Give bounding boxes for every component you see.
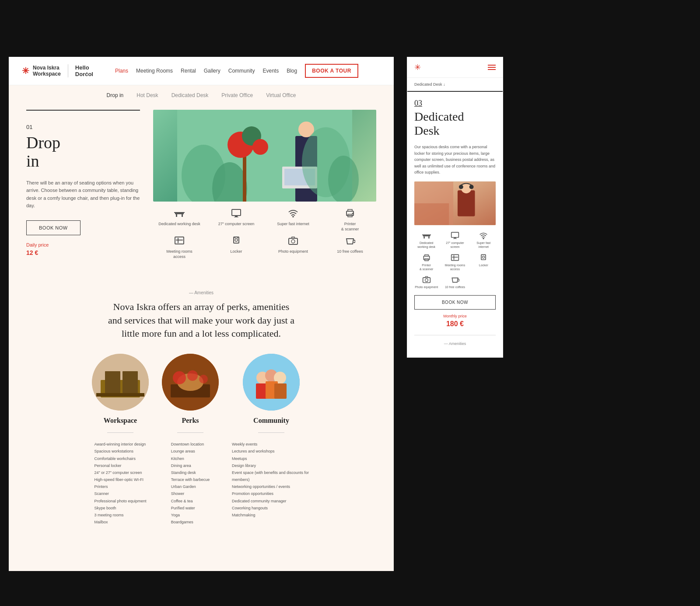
logo-text-hello: HelloDorćol: [75, 64, 93, 77]
svg-point-65: [483, 238, 484, 239]
svg-rect-26: [176, 240, 183, 240]
desktop-panel: ✳ Nova Iskra Workspace HelloDorćol Plans…: [9, 57, 394, 571]
mobile-price-value: 180 €: [414, 320, 496, 328]
amenity-meeting-label: Meeting roomsaccess: [166, 249, 192, 259]
tab-virtual-office[interactable]: Virtual Office: [266, 92, 296, 98]
nav-link-rental[interactable]: Rental: [181, 68, 196, 74]
mobile-panel: ✳ Dedicated Desk ↓ 03 DedicatedDesk Our …: [407, 57, 503, 358]
nav-link-plans[interactable]: Plans: [115, 68, 128, 74]
mobile-amenity-monitor: 27" computer screen: [443, 231, 467, 249]
amenity-wifi-label: Super fast internet: [277, 222, 309, 227]
mobile-plan-description: Our spacious desks come with a personal …: [414, 144, 496, 175]
svg-rect-58: [423, 235, 430, 237]
list-item: 3 meeting rooms: [94, 512, 146, 519]
amenities-section-label: — Amenities: [26, 290, 376, 295]
nav-link-community[interactable]: Community: [228, 68, 255, 74]
svg-point-31: [291, 240, 295, 243]
svg-rect-52: [458, 191, 475, 216]
list-item: Kitchen: [171, 455, 210, 462]
book-now-button[interactable]: BOOK NOW: [26, 220, 80, 235]
drop-in-section: 01 Dropin There will be an array of seat…: [26, 110, 140, 260]
amenities-section-title: Nova Iskra offers an array of perks, ame…: [105, 300, 298, 341]
list-item: Mailbox: [94, 519, 146, 526]
book-tour-button[interactable]: BOOK A TOUR: [305, 64, 358, 78]
hamburger-line-3: [488, 69, 496, 70]
svg-rect-15: [182, 214, 183, 217]
nav-link-blog[interactable]: Blog: [287, 68, 297, 74]
community-card-list: Weekly events Lectures and workshops Mee…: [232, 441, 311, 519]
svg-point-20: [292, 216, 294, 217]
desk-icon: [174, 209, 185, 219]
list-item: Promotion opportunities: [232, 490, 311, 497]
workspace-svg: [92, 354, 149, 411]
svg-rect-14: [176, 214, 177, 217]
mobile-printer-label: Printer& scanner: [420, 263, 434, 271]
mobile-navigation: ✳: [407, 57, 503, 78]
amenity-desk-label: Dedicated working desk: [158, 222, 200, 227]
nav-link-gallery[interactable]: Gallery: [204, 68, 220, 74]
svg-rect-64: [453, 239, 457, 239]
perks-card-list: Downtown location Lounge areas Kitchen D…: [171, 441, 210, 526]
tab-dedicated-desk[interactable]: Dedicated Desk: [172, 92, 209, 98]
community-cards: Workspace Award-winning interior design …: [26, 354, 376, 526]
mobile-meeting-label: Meeting roomsaccess: [445, 263, 465, 271]
monitor-icon: [231, 209, 242, 219]
amenity-photo-label: Photo equipment: [278, 249, 308, 254]
list-item: Professional photo equipment: [94, 498, 146, 505]
tab-drop-in[interactable]: Drop in: [107, 92, 124, 98]
mobile-amenity-photo: Photo equipment: [414, 275, 438, 289]
mobile-amenity-wifi: Super fast internet: [472, 231, 496, 249]
list-item: Standing desk: [171, 469, 210, 476]
section-description: There will be an array of seating option…: [26, 179, 140, 210]
logo-divider: [68, 64, 68, 77]
photo-icon: [288, 236, 298, 247]
list-item: Shower: [171, 490, 210, 497]
main-content: 01 Dropin There will be an array of seat…: [9, 105, 394, 277]
svg-rect-17: [232, 209, 241, 216]
mobile-wifi-label: Super fast internet: [472, 241, 496, 249]
logo-text-line2: Workspace: [33, 71, 61, 77]
mobile-book-now-button[interactable]: BOOK NOW: [414, 295, 496, 310]
workspace-card-divider: [107, 432, 133, 433]
svg-rect-49: [274, 383, 287, 399]
workspace-card-title: Workspace: [104, 417, 137, 425]
svg-point-40: [173, 371, 186, 384]
list-item: Boardgames: [171, 519, 210, 526]
tab-private-office[interactable]: Private Office: [221, 92, 253, 98]
nav-links: Plans Meeting Rooms Rental Gallery Commu…: [115, 64, 381, 78]
svg-point-24: [352, 213, 354, 214]
printer-icon: [345, 209, 355, 219]
hero-section: Dedicated working desk 27" computer scre…: [153, 105, 376, 260]
logo-text-line1: Nova Iskra: [33, 65, 61, 71]
locker-icon: [231, 236, 242, 247]
mobile-photo-icon: [422, 275, 431, 283]
hamburger-menu[interactable]: [488, 65, 496, 70]
navigation: ✳ Nova Iskra Workspace HelloDorćol Plans…: [9, 57, 394, 85]
tab-hot-desk[interactable]: Hot Desk: [136, 92, 158, 98]
community-svg: [243, 354, 300, 411]
svg-rect-18: [235, 216, 238, 217]
mobile-hero-svg: [414, 181, 496, 225]
amenity-monitor: 27" computer screen: [210, 209, 262, 232]
hero-decoration: [153, 110, 376, 202]
nav-link-events[interactable]: Events: [262, 68, 279, 74]
amenity-wifi: Super fast internet: [267, 209, 319, 232]
perks-image: [162, 354, 219, 411]
mobile-meeting-icon: [451, 254, 459, 261]
list-item: Lounge areas: [171, 448, 210, 455]
mobile-amenity-meeting: Meeting roomsaccess: [443, 254, 467, 271]
workspace-image: [92, 354, 149, 411]
svg-rect-16: [174, 212, 185, 213]
svg-rect-59: [424, 237, 425, 239]
mobile-plan-number: 03: [414, 99, 496, 108]
mobile-desk-label: Dedicated working desk: [414, 241, 438, 249]
mobile-amenity-locker: Locker: [472, 254, 496, 271]
list-item: Weekly events: [232, 441, 311, 448]
nav-link-meeting-rooms[interactable]: Meeting Rooms: [136, 68, 173, 74]
svg-rect-3: [243, 153, 246, 202]
mobile-photo-label: Photo equipment: [415, 285, 438, 289]
list-item: Networking opportunities / events: [232, 483, 311, 490]
list-item: Personal locker: [94, 462, 146, 469]
svg-rect-27: [178, 238, 178, 243]
mobile-locker-icon: [479, 254, 488, 261]
